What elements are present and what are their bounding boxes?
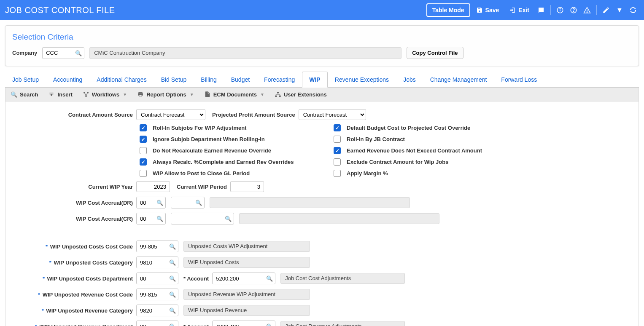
checkbox[interactable] xyxy=(334,136,341,143)
checkbox-column-right: Default Budget Cost to Projected Cost Ov… xyxy=(334,124,482,177)
code-input[interactable] xyxy=(136,289,178,300)
insert-tool[interactable]: Insert xyxy=(48,91,72,98)
checkbox[interactable] xyxy=(140,136,147,143)
separator xyxy=(596,5,597,15)
checkbox[interactable] xyxy=(334,147,341,154)
checkbox-row: WIP Allow to Post to Close GL Period xyxy=(140,170,334,177)
company-lookup[interactable]: 🔍 xyxy=(42,47,84,59)
account-input[interactable] xyxy=(212,273,275,284)
account-lookup[interactable]: 🔍 xyxy=(212,273,275,284)
exit-button[interactable]: Exit xyxy=(505,4,534,16)
code-lookup[interactable]: 🔍 xyxy=(136,321,178,326)
report-options-tool[interactable]: Report Options ▼ xyxy=(137,91,194,98)
help-icon[interactable] xyxy=(568,4,579,16)
field-label: * WIP Unposted Revenue Cost Code xyxy=(12,291,136,298)
description-field: WIP Unposted Costs xyxy=(183,257,310,268)
tab-accounting[interactable]: Accounting xyxy=(46,72,89,88)
tab-jobs[interactable]: Jobs xyxy=(396,72,423,88)
checkbox-row: Do Not Recalculate Earned Revenue Overri… xyxy=(140,147,334,154)
refresh-icon[interactable] xyxy=(627,4,639,16)
warning-icon[interactable] xyxy=(581,4,593,16)
checkbox-row: Roll-In By JB Contract xyxy=(334,136,482,143)
tool-label: ECM Documents xyxy=(213,91,257,98)
caret-down-icon[interactable]: ▼ xyxy=(614,4,625,16)
table-mode-button[interactable]: Table Mode xyxy=(426,3,470,17)
form-row: * WIP Unposted Revenue Department🔍* Acco… xyxy=(12,320,632,326)
copy-control-file-button[interactable]: Copy Control File xyxy=(407,47,463,59)
checkbox-row: Exclude Contract Amount for Wip Jobs xyxy=(334,158,482,166)
checkbox-grid: Roll-In Subjobs For WIP AdjustmentIgnore… xyxy=(140,124,632,177)
workflows-tool[interactable]: Workflows ▼ xyxy=(83,91,127,98)
checkbox[interactable] xyxy=(140,158,147,166)
tab-billing[interactable]: Billing xyxy=(194,72,224,88)
account-label: * Account xyxy=(183,275,209,282)
checkbox-label: Earned Revenue Does Not Exceed Contract … xyxy=(347,147,482,154)
accrual-cr-dept-input[interactable] xyxy=(136,213,166,224)
accrual-cr-desc xyxy=(239,213,439,224)
tab-additional-charges[interactable]: Additional Charges xyxy=(89,72,154,88)
code-input[interactable] xyxy=(136,273,178,284)
edit-icon[interactable] xyxy=(600,4,612,16)
tab-change-management[interactable]: Change Management xyxy=(423,72,494,88)
tab-revenue-exceptions[interactable]: Revenue Exceptions xyxy=(328,72,396,88)
tab-forward-loss[interactable]: Forward Loss xyxy=(494,72,544,88)
code-lookup[interactable]: 🔍 xyxy=(136,257,178,268)
contract-amount-source-select[interactable]: Contract Forecast xyxy=(136,109,205,120)
account-input[interactable] xyxy=(212,321,275,326)
svg-rect-11 xyxy=(275,96,277,97)
code-input[interactable] xyxy=(136,240,178,252)
app-header: JOB COST CONTROL FILE Table Mode Save Ex… xyxy=(0,0,644,20)
accrual-cr-acct-lookup[interactable]: 🔍 xyxy=(171,213,234,224)
tab-budget[interactable]: Budget xyxy=(224,72,257,88)
checkbox[interactable] xyxy=(140,147,147,154)
tab-bid-setup[interactable]: Bid Setup xyxy=(154,72,194,88)
user-extensions-tool[interactable]: User Extensions xyxy=(275,91,327,98)
chevron-down-icon: ▼ xyxy=(190,92,194,97)
notes-icon[interactable] xyxy=(535,4,547,16)
accrual-dr-dept-input[interactable] xyxy=(136,197,166,208)
code-input[interactable] xyxy=(136,305,178,316)
header-actions: Table Mode Save Exit ▼ xyxy=(426,3,639,17)
code-input[interactable] xyxy=(136,321,178,326)
checkbox-row: Roll-In Subjobs For WIP Adjustment xyxy=(140,124,334,131)
checkbox[interactable] xyxy=(334,124,341,131)
save-button[interactable]: Save xyxy=(472,4,504,16)
account-lookup[interactable]: 🔍 xyxy=(212,321,275,326)
search-icon: 🔍 xyxy=(11,91,17,98)
search-tool[interactable]: 🔍 Search xyxy=(11,91,38,98)
checkbox[interactable] xyxy=(140,124,147,131)
info-icon[interactable] xyxy=(554,4,566,16)
tool-label: User Extensions xyxy=(284,91,327,98)
ecm-documents-tool[interactable]: ECM Documents ▼ xyxy=(204,91,264,98)
checkbox-label: WIP Allow to Post to Close GL Period xyxy=(153,170,250,176)
exit-icon xyxy=(509,7,516,13)
projected-profit-source-select[interactable]: Contract Forecast xyxy=(299,109,366,120)
current-wip-period-input[interactable] xyxy=(230,181,264,192)
tab-forecasting[interactable]: Forecasting xyxy=(257,72,302,88)
accrual-dr-dept-lookup[interactable]: 🔍 xyxy=(136,197,166,208)
checkbox[interactable] xyxy=(334,170,341,177)
code-lookup[interactable]: 🔍 xyxy=(136,289,178,300)
code-input[interactable] xyxy=(136,257,178,268)
code-lookup[interactable]: 🔍 xyxy=(136,305,178,316)
code-lookup[interactable]: 🔍 xyxy=(136,240,178,252)
company-input[interactable] xyxy=(42,47,84,59)
tab-job-setup[interactable]: Job Setup xyxy=(5,72,46,88)
chevron-down-icon: ▼ xyxy=(260,92,264,97)
description-field: Unposted Revenue WIP Adjustment xyxy=(183,289,310,300)
field-label: * WIP Unposted Costs Cost Code xyxy=(12,243,136,250)
accrual-cr-acct-input[interactable] xyxy=(171,213,234,224)
wip-cost-accrual-dr-label: WIP Cost Accrual(DR) xyxy=(12,200,136,206)
checkbox[interactable] xyxy=(140,170,147,177)
tool-label: Search xyxy=(20,91,38,98)
wip-form: Contract Amount Source Contract Forecast… xyxy=(5,102,639,326)
svg-rect-10 xyxy=(277,92,279,93)
accrual-cr-dept-lookup[interactable]: 🔍 xyxy=(136,213,166,224)
accrual-dr-acct-input[interactable] xyxy=(171,197,205,208)
checkbox[interactable] xyxy=(334,158,341,166)
tab-wip[interactable]: WIP xyxy=(302,72,327,88)
checkbox-label: Ignore Subjob Department When Rolling-In xyxy=(153,136,265,142)
code-lookup[interactable]: 🔍 xyxy=(136,273,178,284)
accrual-dr-acct-lookup[interactable]: 🔍 xyxy=(171,197,205,208)
current-wip-year-input[interactable] xyxy=(136,181,170,192)
